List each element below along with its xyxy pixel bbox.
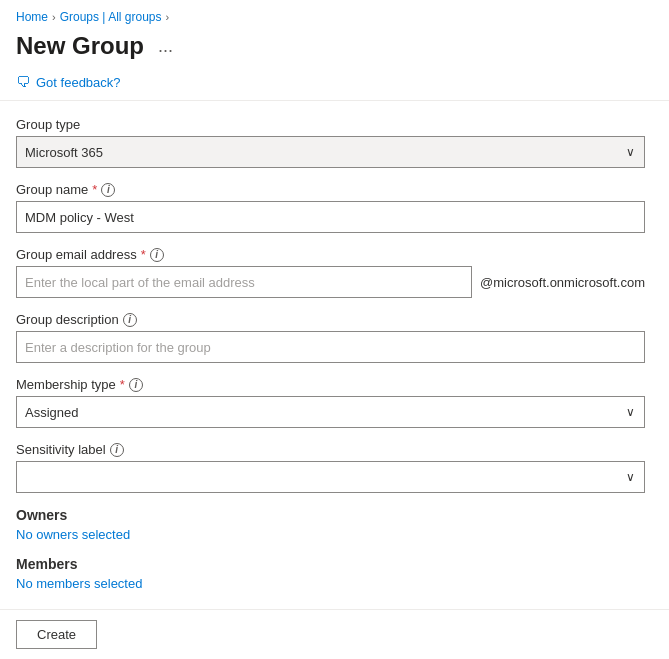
sensitivity-label-select[interactable] bbox=[16, 461, 645, 493]
feedback-bar[interactable]: 🗨 Got feedback? bbox=[0, 68, 669, 100]
membership-type-group: Membership type * i Assigned Dynamic Use… bbox=[16, 377, 645, 428]
members-section: Members No members selected bbox=[16, 556, 645, 591]
breadcrumb: Home › Groups | All groups › bbox=[0, 0, 669, 28]
feedback-label: Got feedback? bbox=[36, 75, 121, 90]
group-email-label: Group email address * i bbox=[16, 247, 645, 262]
group-description-input[interactable] bbox=[16, 331, 645, 363]
group-email-required: * bbox=[141, 247, 146, 262]
sensitivity-label-info-icon[interactable]: i bbox=[110, 443, 124, 457]
group-type-label: Group type bbox=[16, 117, 645, 132]
chevron-icon-1: › bbox=[52, 11, 56, 23]
group-description-info-icon[interactable]: i bbox=[123, 313, 137, 327]
email-domain-label: @microsoft.onmicrosoft.com bbox=[480, 275, 645, 290]
more-options-icon[interactable]: ... bbox=[152, 34, 179, 59]
group-email-group: Group email address * i @microsoft.onmic… bbox=[16, 247, 645, 298]
page-header: New Group ... bbox=[0, 28, 669, 68]
group-email-input[interactable] bbox=[16, 266, 472, 298]
membership-type-select-wrapper: Assigned Dynamic User Dynamic Device ∨ bbox=[16, 396, 645, 428]
membership-type-label: Membership type * i bbox=[16, 377, 645, 392]
group-description-label: Group description i bbox=[16, 312, 645, 327]
footer-bar: Create bbox=[0, 609, 669, 659]
group-name-group: Group name * i bbox=[16, 182, 645, 233]
chevron-icon-2: › bbox=[166, 11, 170, 23]
sensitivity-label-group: Sensitivity label i ∨ bbox=[16, 442, 645, 493]
membership-type-info-icon[interactable]: i bbox=[129, 378, 143, 392]
group-name-input[interactable] bbox=[16, 201, 645, 233]
no-owners-link[interactable]: No owners selected bbox=[16, 527, 130, 542]
no-members-link[interactable]: No members selected bbox=[16, 576, 142, 591]
email-input-wrap bbox=[16, 266, 472, 298]
page-container: Home › Groups | All groups › New Group .… bbox=[0, 0, 669, 659]
create-button[interactable]: Create bbox=[16, 620, 97, 649]
membership-type-select[interactable]: Assigned Dynamic User Dynamic Device bbox=[16, 396, 645, 428]
group-description-group: Group description i bbox=[16, 312, 645, 363]
group-email-info-icon[interactable]: i bbox=[150, 248, 164, 262]
owners-section: Owners No owners selected bbox=[16, 507, 645, 542]
page-title: New Group bbox=[16, 32, 144, 60]
members-heading: Members bbox=[16, 556, 645, 572]
breadcrumb-home[interactable]: Home bbox=[16, 10, 48, 24]
group-name-required: * bbox=[92, 182, 97, 197]
owners-heading: Owners bbox=[16, 507, 645, 523]
breadcrumb-groups[interactable]: Groups | All groups bbox=[60, 10, 162, 24]
feedback-icon: 🗨 bbox=[16, 74, 30, 90]
group-type-select-wrapper: Microsoft 365 Security Mail-enabled Secu… bbox=[16, 136, 645, 168]
group-name-info-icon[interactable]: i bbox=[101, 183, 115, 197]
sensitivity-label-select-wrapper: ∨ bbox=[16, 461, 645, 493]
group-name-label: Group name * i bbox=[16, 182, 645, 197]
group-type-select[interactable]: Microsoft 365 Security Mail-enabled Secu… bbox=[16, 136, 645, 168]
group-email-row: @microsoft.onmicrosoft.com bbox=[16, 266, 645, 298]
form-scroll-area: Group type Microsoft 365 Security Mail-e… bbox=[0, 101, 669, 609]
group-type-group: Group type Microsoft 365 Security Mail-e… bbox=[16, 117, 645, 168]
membership-type-required: * bbox=[120, 377, 125, 392]
sensitivity-label-label: Sensitivity label i bbox=[16, 442, 645, 457]
